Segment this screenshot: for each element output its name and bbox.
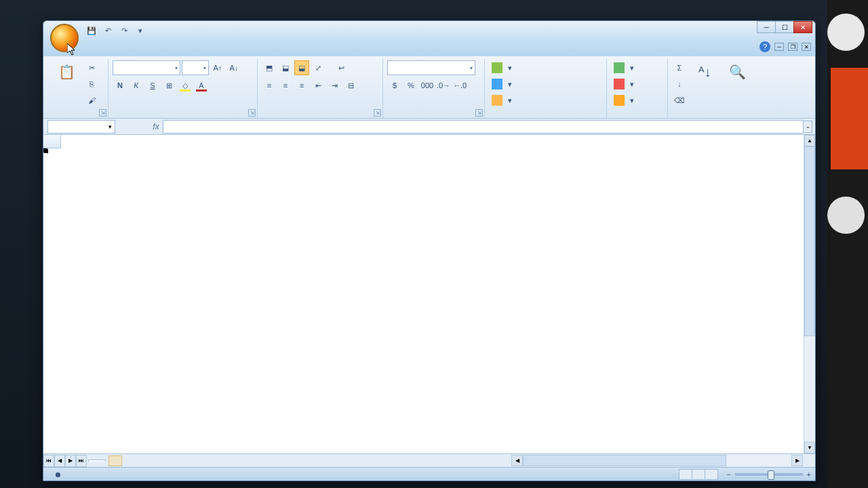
format-cells-button[interactable]: ▾ bbox=[611, 93, 637, 108]
number-format-combo[interactable] bbox=[387, 60, 475, 75]
undo-icon[interactable]: ↶ bbox=[102, 24, 114, 37]
clipboard-icon: 📋 bbox=[56, 62, 77, 82]
scroll-left-icon[interactable]: ◀ bbox=[511, 455, 523, 466]
tab-nav-first-icon[interactable]: ⏮ bbox=[43, 455, 54, 467]
font-name-combo[interactable] bbox=[113, 60, 180, 75]
close-button[interactable]: ✕ bbox=[793, 21, 812, 33]
calendar-widget[interactable] bbox=[831, 68, 868, 169]
merge-center-icon[interactable]: ⊟ bbox=[343, 78, 358, 93]
qat-customize-icon[interactable]: ▾ bbox=[134, 24, 146, 37]
cut-icon[interactable]: ✂ bbox=[84, 60, 99, 75]
align-right-icon[interactable]: ≡ bbox=[294, 78, 309, 93]
workbook-minimize-button[interactable]: ─ bbox=[774, 43, 784, 51]
increase-decimal-icon[interactable]: .0→ bbox=[436, 78, 451, 93]
tab-nav-prev-icon[interactable]: ◀ bbox=[54, 455, 65, 467]
scroll-right-icon[interactable]: ▶ bbox=[791, 455, 803, 466]
insert-icon bbox=[614, 62, 625, 73]
sheet-grid[interactable] bbox=[43, 135, 804, 453]
underline-button[interactable]: S bbox=[145, 78, 160, 93]
gauge-widget[interactable] bbox=[827, 197, 865, 234]
dialog-launcher-icon[interactable]: ⇲ bbox=[99, 109, 106, 117]
workbook-close-button[interactable]: ✕ bbox=[802, 43, 811, 51]
quick-access-toolbar: 💾 ↶ ↷ ▾ bbox=[85, 24, 146, 37]
help-icon[interactable]: ? bbox=[760, 41, 770, 52]
decrease-indent-icon[interactable]: ⇤ bbox=[311, 78, 326, 93]
page-layout-view-button[interactable] bbox=[692, 469, 705, 480]
select-all-corner[interactable] bbox=[43, 135, 61, 148]
align-left-icon[interactable]: ≡ bbox=[262, 78, 277, 93]
italic-button[interactable]: K bbox=[129, 78, 144, 93]
redo-icon[interactable]: ↷ bbox=[118, 24, 130, 37]
copy-icon[interactable]: ⎘ bbox=[84, 77, 99, 92]
page-break-view-button[interactable] bbox=[705, 469, 718, 480]
dialog-launcher-icon[interactable]: ⇲ bbox=[374, 109, 381, 117]
sheet-tabs-bar: ⏮ ◀ ▶ ⏭ ◀ ▶ bbox=[43, 453, 815, 467]
increase-indent-icon[interactable]: ⇥ bbox=[327, 78, 342, 93]
format-painter-icon[interactable]: 🖌 bbox=[84, 93, 99, 108]
clear-icon[interactable]: ⌫ bbox=[672, 93, 687, 108]
zoom-slider[interactable] bbox=[735, 473, 803, 476]
minimize-button[interactable]: ─ bbox=[757, 21, 776, 33]
increase-font-icon[interactable]: A↑ bbox=[210, 60, 225, 75]
maximize-button[interactable]: ☐ bbox=[775, 21, 794, 33]
save-icon[interactable]: 💾 bbox=[85, 24, 98, 37]
sheet-tab[interactable] bbox=[88, 460, 106, 462]
format-icon bbox=[614, 95, 625, 106]
format-as-table-button[interactable]: ▾ bbox=[489, 77, 515, 92]
zoom-in-icon[interactable]: + bbox=[807, 470, 811, 479]
formula-input[interactable] bbox=[163, 120, 803, 134]
insert-sheet-icon[interactable] bbox=[108, 455, 122, 466]
autosum-icon[interactable]: Σ bbox=[672, 60, 687, 75]
scroll-up-icon[interactable]: ▲ bbox=[804, 135, 815, 146]
percent-icon[interactable]: % bbox=[403, 78, 418, 93]
border-icon[interactable]: ⊞ bbox=[161, 78, 176, 93]
tab-nav-next-icon[interactable]: ▶ bbox=[65, 455, 76, 467]
clock-widget[interactable] bbox=[827, 14, 865, 51]
dialog-launcher-icon[interactable]: ⇲ bbox=[248, 109, 256, 117]
titlebar: 💾 ↶ ↷ ▾ ─ ☐ ✕ bbox=[43, 21, 815, 40]
font-size-combo[interactable] bbox=[182, 60, 209, 75]
sort-icon: ᴬ↓ bbox=[694, 62, 715, 82]
expand-formula-bar-icon[interactable]: ⌄ bbox=[803, 121, 812, 133]
fill-icon[interactable]: ↓ bbox=[672, 77, 687, 92]
zoom-out-icon[interactable]: − bbox=[726, 470, 730, 479]
workbook-restore-button[interactable]: ❐ bbox=[788, 43, 797, 51]
comma-icon[interactable]: 000 bbox=[420, 78, 435, 93]
conditional-format-button[interactable]: ▾ bbox=[489, 60, 515, 75]
delete-icon bbox=[614, 79, 625, 89]
insert-cells-button[interactable]: ▾ bbox=[611, 60, 637, 75]
dialog-launcher-icon[interactable]: ⇲ bbox=[475, 109, 483, 117]
cell-styles-button[interactable]: ▾ bbox=[489, 93, 515, 108]
fx-icon[interactable]: fx bbox=[149, 122, 163, 131]
currency-icon[interactable]: $ bbox=[387, 78, 402, 93]
horizontal-scrollbar[interactable]: ◀ ▶ bbox=[511, 455, 803, 466]
macro-record-icon[interactable]: ⏺ bbox=[54, 470, 62, 479]
decrease-decimal-icon[interactable]: ←.0 bbox=[452, 78, 467, 93]
decrease-font-icon[interactable]: A↓ bbox=[226, 60, 241, 75]
font-color-icon[interactable]: A bbox=[194, 78, 209, 93]
fill-color-icon[interactable]: ◇ bbox=[178, 78, 193, 93]
table-format-icon bbox=[492, 79, 502, 89]
delete-cells-button[interactable]: ▾ bbox=[611, 77, 637, 92]
sort-filter-button[interactable]: ᴬ↓ bbox=[690, 60, 719, 83]
wrap-text-icon[interactable]: ↩ bbox=[334, 60, 349, 75]
orientation-icon[interactable]: ⤢ bbox=[311, 60, 326, 75]
vertical-scrollbar[interactable]: ▲ ▼ bbox=[804, 135, 815, 453]
tab-nav-last-icon[interactable]: ⏭ bbox=[76, 455, 87, 467]
scroll-thumb[interactable] bbox=[523, 455, 726, 466]
excel-window: 💾 ↶ ↷ ▾ ─ ☐ ✕ ? ─ ❐ ✕ 📋 bbox=[43, 20, 816, 481]
name-box[interactable] bbox=[47, 120, 115, 134]
paste-button[interactable]: 📋 bbox=[52, 60, 81, 83]
align-bottom-icon[interactable]: ⬓ bbox=[294, 60, 309, 75]
bold-button[interactable]: N bbox=[113, 78, 127, 93]
find-select-button[interactable]: 🔍 bbox=[722, 60, 752, 83]
normal-view-button[interactable] bbox=[679, 469, 692, 480]
mouse-cursor bbox=[67, 43, 78, 57]
scroll-down-icon[interactable]: ▼ bbox=[804, 442, 815, 453]
align-center-icon[interactable]: ≡ bbox=[278, 78, 293, 93]
align-middle-icon[interactable]: ⬓ bbox=[278, 60, 293, 75]
conditional-format-icon bbox=[492, 62, 502, 73]
align-top-icon[interactable]: ⬒ bbox=[262, 60, 277, 75]
cell-selection bbox=[43, 148, 47, 152]
scroll-thumb[interactable] bbox=[804, 146, 815, 336]
